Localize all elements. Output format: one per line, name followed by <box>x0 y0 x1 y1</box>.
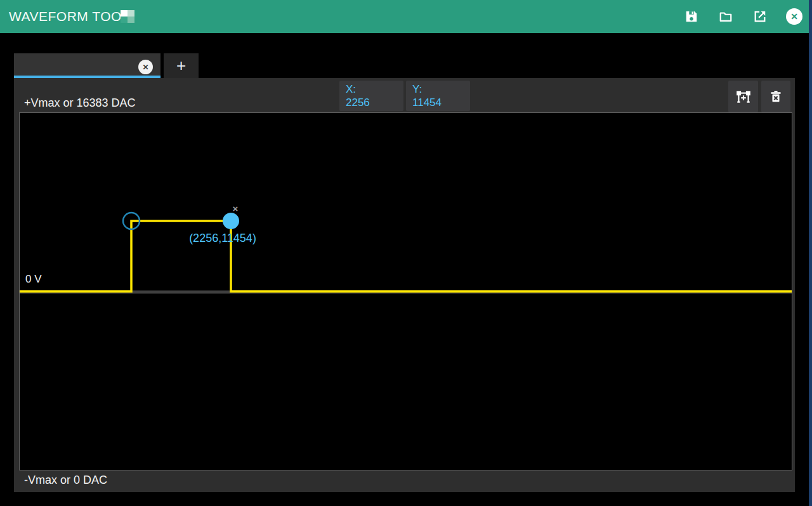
y-field-label: Y: <box>412 83 470 96</box>
x-field-value: 2256 <box>346 96 403 110</box>
save-button[interactable] <box>683 8 700 25</box>
waveform-canvas[interactable]: × (2256,11454) 0 V <box>19 112 792 470</box>
open-file-button[interactable] <box>717 8 735 25</box>
export-button[interactable] <box>751 8 769 25</box>
waveform-svg: × (2256,11454) <box>20 113 792 470</box>
y-field-value: 11454 <box>412 96 470 110</box>
add-point-button[interactable] <box>728 81 758 112</box>
app-title: WAVEFORM TOOL <box>9 9 129 24</box>
title-bar: WAVEFORM TOOL ✕ <box>0 0 812 33</box>
save-icon <box>684 10 698 23</box>
window-edge <box>809 0 812 506</box>
app-logo-icon <box>121 10 134 23</box>
delete-point-icon[interactable]: × <box>233 203 239 214</box>
waveform-tab[interactable]: ✕ <box>14 53 160 78</box>
close-circle-icon: ✕ <box>786 8 802 25</box>
x-field-label: X: <box>346 83 403 96</box>
close-app-button[interactable]: ✕ <box>785 8 803 25</box>
add-point-icon <box>735 88 752 105</box>
max-scale-label: +Vmax or 16383 DAC <box>24 97 136 110</box>
trash-icon <box>768 89 783 104</box>
min-scale-label: -Vmax or 0 DAC <box>24 474 107 487</box>
waveform-line[interactable] <box>20 221 792 291</box>
y-coordinate-field[interactable]: Y: 11454 <box>406 81 470 111</box>
open-external-icon <box>753 10 767 23</box>
delete-waveform-button[interactable] <box>761 81 790 112</box>
folder-icon <box>718 10 733 23</box>
anchor-point-selected[interactable] <box>223 213 239 229</box>
x-coordinate-field[interactable]: X: 2256 <box>339 81 403 111</box>
tab-close-button[interactable]: ✕ <box>138 60 153 74</box>
selected-point-label: (2256,11454) <box>189 232 256 244</box>
zero-volt-label: 0 V <box>25 273 42 286</box>
new-tab-button[interactable]: + <box>164 53 199 78</box>
waveform-panel: +Vmax or 16383 DAC X: 2256 Y: 11454 <box>14 78 795 492</box>
